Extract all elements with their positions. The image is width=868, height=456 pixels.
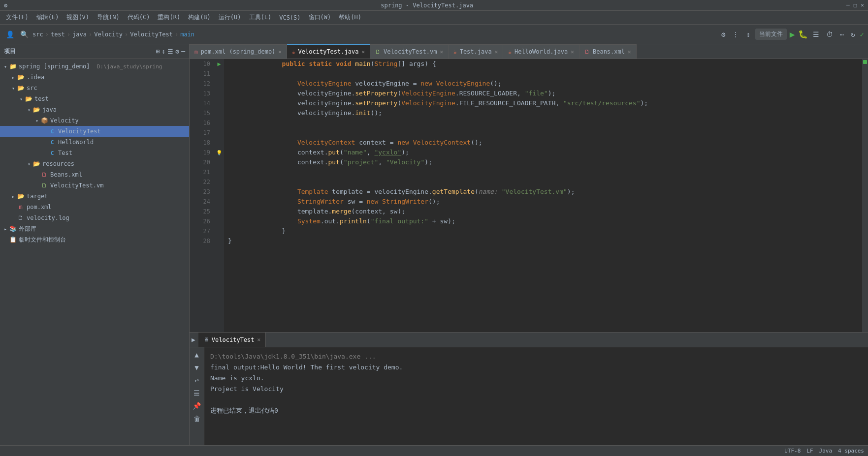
bottom-tab-close[interactable]: ✕ (257, 336, 261, 343)
sidebar-settings-icon[interactable]: ⚙ (175, 48, 179, 55)
status-indent[interactable]: 4 spaces (838, 448, 864, 454)
tree-item-resources[interactable]: ▾ 📂 resources (0, 158, 189, 169)
tab-beansxml[interactable]: 🗋 Beans.xml ✕ (579, 44, 637, 59)
breadcrumb-test[interactable]: test (51, 31, 65, 38)
menu-window[interactable]: 窗口(W) (305, 12, 335, 23)
tree-arrow-src: ▾ (10, 86, 17, 91)
pin-btn[interactable]: 📌 (192, 400, 202, 411)
sidebar-collapse-icon[interactable]: ↕ (162, 48, 166, 55)
tree-item-velocity-pkg[interactable]: ▾ 📦 Velocity (0, 115, 189, 126)
tree-arrow-resources: ▾ (26, 161, 32, 167)
more-actions-button[interactable]: ⋯ (838, 29, 846, 40)
tab-close-velocitytest[interactable]: ✕ (361, 49, 365, 55)
wrap-btn[interactable]: ↩ (192, 375, 202, 386)
breadcrumb-src[interactable]: src (32, 31, 43, 38)
tree-label-test: test (34, 95, 49, 102)
debug-button[interactable]: 🐛 (798, 30, 808, 39)
tree-item-extlibs[interactable]: ▸ 📚 外部库 (0, 223, 189, 234)
toolbar-more-icon[interactable]: ⋮ (730, 29, 741, 40)
status-language[interactable]: Java (819, 448, 833, 454)
tree-item-spring[interactable]: ▾ 📁 spring [spring_demo] D:\java_study\s… (0, 61, 189, 72)
main-area: 项目 ⊞ ↕ ☰ ⚙ ─ ▾ 📁 spring [spring_demo] D:… (0, 44, 868, 445)
tree-item-src[interactable]: ▾ 📂 src (0, 83, 189, 93)
tab-helloworldjava[interactable]: ☕ HelloWorld.java ✕ (503, 44, 579, 59)
close-btn[interactable]: ✕ (861, 2, 864, 8)
tree-item-helloworld[interactable]: C HelloWorld (0, 137, 189, 148)
sidebar-minimize-icon[interactable]: ─ (181, 48, 185, 55)
tab-velocityvm[interactable]: 🗋 VelocityTest.vm ✕ (370, 44, 449, 59)
breadcrumb-velocity[interactable]: Velocity (94, 31, 123, 38)
console-icon[interactable]: ▶ (192, 336, 195, 343)
menu-navigate[interactable]: 导航(N) (93, 12, 124, 23)
minimize-btn[interactable]: ─ (846, 2, 850, 8)
menu-refactor[interactable]: 重构(R) (154, 12, 184, 23)
tab-icon-velocityvm: 🗋 (375, 49, 381, 55)
profile-button[interactable]: ⏱ (824, 29, 835, 40)
log-icon: 🗋 (17, 214, 25, 222)
code-editor[interactable]: public static void main(String[] args) {… (224, 59, 862, 332)
user-icon[interactable]: 👤 (4, 29, 16, 40)
current-file-btn[interactable]: 当前文件 (755, 29, 787, 40)
gutter-14 (214, 98, 224, 108)
tree-item-target[interactable]: ▸ 📂 target (0, 191, 189, 202)
editor-scrollbar[interactable] (862, 59, 868, 332)
coverage-button[interactable]: ☰ (811, 29, 821, 40)
status-encoding[interactable]: UTF-8 (784, 448, 801, 454)
tab-label-velocitytest: VelocityTest.java (298, 48, 359, 55)
code-line-12: VelocityEngine velocityEngine = new Velo… (228, 79, 858, 89)
tree-label-helloworld: HelloWorld (58, 139, 94, 146)
filter-btn[interactable]: ☰ (192, 388, 202, 398)
menu-help[interactable]: 帮助(H) (335, 12, 365, 23)
maximize-btn[interactable]: □ (854, 2, 857, 8)
breadcrumb-main[interactable]: main (180, 31, 194, 38)
tree-label-temp: 临时文件和控制台 (19, 236, 66, 244)
sidebar-filter-icon[interactable]: ☰ (167, 48, 173, 55)
tree-item-beansxml[interactable]: 🗋 Beans.xml (0, 169, 189, 180)
extlibs-icon: 📚 (9, 225, 17, 233)
menu-code[interactable]: 代码(C) (124, 12, 154, 23)
tab-close-testjava[interactable]: ✕ (495, 49, 498, 55)
sidebar-layout-icon[interactable]: ⊞ (156, 48, 160, 55)
git-icon[interactable]: ↕ (744, 29, 752, 40)
gear-icon[interactable]: ⚙ (719, 29, 727, 40)
scroll-down-btn[interactable]: ▼ (192, 362, 202, 373)
bookmark-19[interactable]: 💡 (214, 148, 224, 157)
gutter-11 (214, 69, 224, 79)
breadcrumb-java[interactable]: java (72, 31, 87, 38)
tree-item-testclass[interactable]: C Test (0, 148, 189, 158)
status-line-ending[interactable]: LF (806, 448, 813, 454)
bottom-tab-velocitytest[interactable]: 🖥 VelocityTest ✕ (198, 333, 266, 347)
breadcrumb-velocitytest[interactable]: VelocityTest (130, 31, 173, 38)
tree-item-java[interactable]: ▾ 📂 java (0, 104, 189, 115)
tab-testjava[interactable]: ☕ Test.java ✕ (449, 44, 503, 59)
tab-close-pom[interactable]: ✕ (278, 49, 282, 55)
scroll-up-btn[interactable]: ▲ (192, 349, 202, 360)
tab-pom[interactable]: m pom.xml (spring_demo) ✕ (190, 44, 287, 59)
run-marker-10[interactable]: ▶ (214, 59, 224, 69)
code-line-20: context.put("project", "Velocity"); (228, 157, 858, 167)
run-button[interactable]: ▶ (790, 29, 795, 39)
tree-item-test[interactable]: ▾ 📂 test (0, 93, 189, 104)
menu-tools[interactable]: 工具(L) (245, 12, 276, 23)
tree-item-velocitytest[interactable]: C VelocityTest (0, 126, 189, 137)
menu-file[interactable]: 文件(F) (2, 12, 32, 23)
tree-item-pomxml[interactable]: m pom.xml (0, 202, 189, 213)
search-icon[interactable]: 🔍 (18, 29, 31, 40)
tree-item-idea[interactable]: ▸ 📂 .idea (0, 72, 189, 83)
menu-view[interactable]: 视图(V) (63, 12, 93, 23)
menu-build[interactable]: 构建(B) (184, 12, 215, 23)
tree-item-velocityvm[interactable]: 🗋 VelocityTest.vm (0, 180, 189, 191)
tab-velocitytest[interactable]: ☕ VelocityTest.java ✕ (287, 44, 370, 59)
tab-close-velocityvm[interactable]: ✕ (440, 49, 443, 55)
tab-close-beansxml[interactable]: ✕ (628, 49, 631, 55)
menu-run[interactable]: 运行(U) (215, 12, 245, 23)
trash-btn[interactable]: 🗑 (192, 413, 202, 424)
tab-icon-velocitytest: ☕ (292, 49, 295, 55)
update-button[interactable]: ↻ (849, 29, 857, 40)
menu-edit[interactable]: 编辑(E) (32, 12, 63, 23)
tree-item-temp[interactable]: 📋 临时文件和控制台 (0, 234, 189, 245)
menu-vcs[interactable]: VCS(S) (275, 13, 304, 22)
tree-item-velocitylog[interactable]: 🗋 velocity.log (0, 213, 189, 223)
tab-icon-helloworldjava: ☕ (508, 49, 512, 55)
tab-close-helloworldjava[interactable]: ✕ (571, 49, 574, 55)
